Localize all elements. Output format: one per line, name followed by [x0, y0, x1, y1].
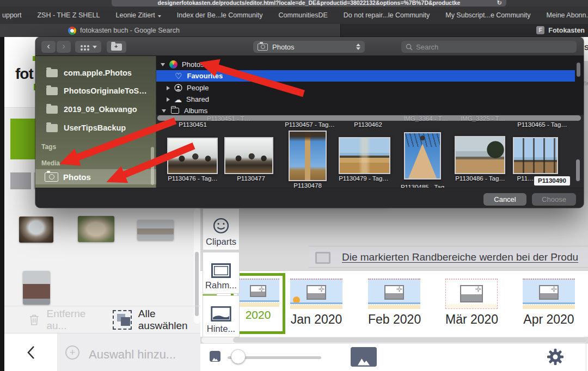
search-input[interactable]	[416, 43, 558, 51]
tab-active[interactable]: fotokasten buch - Google Search	[0, 24, 340, 37]
folder-icon	[46, 124, 58, 132]
sidebar-scrollbar-thumb[interactable]	[151, 147, 154, 185]
camera-icon	[45, 172, 58, 182]
new-folder-button[interactable]	[107, 41, 126, 53]
media-thumbnail[interactable]	[339, 137, 390, 174]
bookmark-folder[interactable]: Leonie Zitiert	[116, 11, 161, 19]
tree-item-favourites-selected[interactable]: ♡ Favourites	[156, 70, 575, 82]
media-item-label-faded: IMG_3364 - T…	[403, 115, 448, 122]
folder-icon	[46, 87, 58, 95]
sidebar-folder-usertips[interactable]: UserTipsBackup	[35, 121, 156, 135]
chevron-down-icon	[356, 47, 360, 50]
back-button[interactable]: ‹	[41, 41, 56, 53]
tree-scrollbar-thumb[interactable]	[577, 63, 580, 77]
disclosure-closed-icon[interactable]	[167, 97, 170, 102]
photo-thumbnail-gate[interactable]	[23, 271, 50, 305]
disclosure-open-icon[interactable]	[162, 109, 166, 113]
month-tile-apr[interactable]: Apr 2020	[523, 279, 575, 327]
tree-item-people[interactable]: People	[156, 82, 584, 94]
picture-frame-icon	[307, 285, 326, 300]
smiley-icon	[212, 217, 230, 234]
settings-gear-icon[interactable]	[546, 347, 565, 367]
camera-icon	[258, 44, 268, 51]
bookmark-item[interactable]: ZSH - THE Z SHELL	[37, 11, 100, 19]
notice-checkbox[interactable]	[315, 252, 330, 264]
photo-thumbnail-arch[interactable]	[19, 217, 53, 243]
address-bar-url: designerfotokasten.de/products/editor.ht…	[158, 0, 461, 6]
tab-background[interactable]: F Fotokasten	[340, 24, 588, 37]
tab-title: fotokasten buch - Google Search	[80, 27, 180, 34]
months-scrollbar-thumb[interactable]	[233, 337, 587, 343]
tab-title: Fotokasten	[548, 27, 585, 34]
collapse-panel-button[interactable]	[4, 333, 57, 371]
picture-frame-icon	[460, 285, 483, 302]
remove-selection-button[interactable]: Entferne au...	[46, 308, 102, 332]
month-tile-jan[interactable]: Jan 2020	[290, 279, 342, 327]
media-thumbnail[interactable]	[513, 137, 558, 174]
add-selection-button[interactable]: Auswahl hinzu...	[89, 348, 176, 362]
picture-frame-icon	[539, 285, 559, 300]
sidebar-item-photos-selected[interactable]: Photos	[35, 169, 156, 184]
media-item-label: P1130451	[179, 121, 207, 128]
address-bar[interactable]: designerfotokasten.de/products/editor.ht…	[112, 0, 506, 7]
bookmark-item[interactable]: Index der Be...le Community	[177, 11, 263, 19]
media-item-label: P1130486 - Tag…	[455, 175, 505, 182]
sidebar-folder-photos-originale[interactable]: PhotosOriginaleToS…	[35, 84, 156, 98]
url-strip: designerfotokasten.de/products/editor.ht…	[0, 0, 588, 7]
notice-text[interactable]: Die markierten Randbereiche werden bei d…	[342, 251, 578, 263]
trash-icon	[28, 312, 40, 327]
bookmark-item[interactable]: Do not repair...le Community	[344, 11, 430, 19]
media-thumbnail[interactable]	[289, 131, 327, 181]
search-field[interactable]	[401, 41, 577, 53]
media-item-label-faded: P1130451 - T…	[207, 115, 250, 122]
media-thumbnail[interactable]	[167, 138, 218, 174]
choose-button[interactable]: Choose	[532, 193, 576, 206]
media-item-label: P1130457 - Tag…	[285, 121, 335, 128]
media-thumbnail[interactable]	[224, 137, 273, 174]
tool-label: Hinte...	[207, 324, 235, 334]
page-fragment-text: ne	[584, 79, 588, 87]
month-label: Feb 2020	[368, 312, 420, 327]
bookmark-item[interactable]: upport	[2, 11, 21, 19]
location-popup-value: Photos	[272, 43, 294, 51]
sidebar-folder-okavango[interactable]: 2019_09_Okavango	[35, 102, 156, 116]
month-tile-mar[interactable]: Mär 2020	[445, 279, 498, 327]
dialog-footer: Cancel Choose	[35, 188, 584, 208]
tool-label: Rahm...	[205, 280, 237, 290]
month-label: Apr 2020	[523, 312, 575, 327]
month-preview	[237, 279, 279, 307]
photo-thumbnail-station[interactable]	[137, 220, 174, 240]
photo-thumbnail-lion[interactable]	[78, 216, 114, 242]
media-item-label: P1130479 - Tag…	[339, 175, 389, 182]
page-fragment-text: S	[584, 44, 588, 52]
tool-backgrounds-button[interactable]: Hinte...	[203, 295, 240, 337]
reload-icon[interactable]: ↻	[497, 0, 502, 6]
view-options-button[interactable]	[75, 41, 101, 53]
tool-cliparts-button[interactable]: Cliparts	[203, 208, 240, 250]
tree-item-photos-root[interactable]: Photos	[156, 59, 584, 70]
tool-frames-button[interactable]: Rahm...	[203, 252, 240, 294]
forward-button[interactable]: ›	[57, 41, 71, 53]
cancel-button[interactable]: Cancel	[483, 193, 526, 206]
sidebar-folder-com-apple-photos[interactable]: com.apple.Photos	[35, 66, 156, 80]
media-thumbnail[interactable]	[455, 136, 505, 174]
slider-thumb[interactable]	[231, 349, 246, 364]
tree-item-shared[interactable]: ☁ Shared	[156, 94, 584, 105]
plus-circle-icon: +	[65, 345, 79, 360]
location-popup[interactable]: Photos	[253, 41, 365, 53]
bookmark-item[interactable]: My Subscript...e Community	[445, 11, 530, 19]
bookmark-item[interactable]: CommunitiesDE	[279, 11, 328, 19]
month-preview	[445, 279, 498, 309]
media-scrollbar-thumb[interactable]	[576, 159, 580, 181]
media-thumbnail[interactable]	[404, 132, 441, 180]
sidebar-folder-label: UserTipsBackup	[64, 123, 126, 132]
select-all-button[interactable]: Alle auswählen	[138, 308, 200, 332]
month-tile-feb[interactable]: Feb 2020	[368, 279, 420, 327]
placeholder-tile[interactable]	[10, 172, 31, 189]
media-item-label: P1130477	[237, 175, 265, 182]
tree-item-label: Shared	[186, 95, 209, 103]
disclosure-open-icon[interactable]	[161, 63, 165, 66]
bookmark-item[interactable]: Meine Abonn...e Community	[547, 11, 588, 19]
disclosure-closed-icon[interactable]	[167, 86, 170, 90]
sidebar-folder-label: 2019_09_Okavango	[64, 105, 137, 114]
